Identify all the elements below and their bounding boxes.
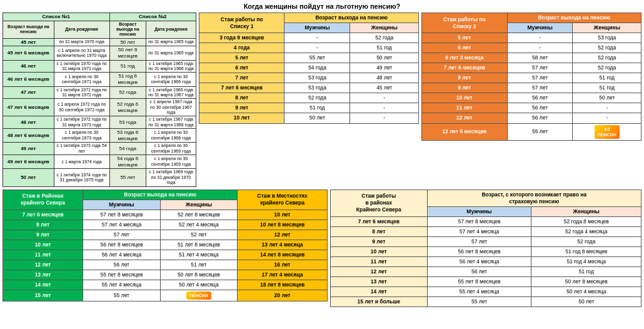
right-zhen-cell: 51 год — [573, 73, 641, 83]
mid-stazh-cell: 7 лет — [199, 73, 284, 83]
bottom-section: Стаж в Районахкрайнего Севера Возраст вы… — [3, 190, 641, 308]
list-col4: Дата рождения — [146, 21, 196, 38]
bottom-left-container: Стаж в Районахкрайнего Севера Возраст вы… — [3, 190, 328, 308]
top-section: Список №1 Список №2 Возраст выхода на пе… — [3, 13, 641, 187]
br-stazh-cell: 12 лет — [331, 266, 428, 276]
mid-zhen-cell: 52 года — [350, 33, 419, 43]
bl-north-header: Стаж в Районахкрайнего Севера — [3, 190, 83, 210]
right-zhen-cell: - — [573, 113, 641, 123]
bl-orange-cell: 14 лет 8 месяцев — [238, 250, 328, 260]
br-stazh-cell: 10 лет — [331, 246, 428, 256]
right-zhen-cell: 52 года — [573, 53, 641, 63]
right-stazh-cell: 8 лет — [422, 73, 508, 83]
mid-muz-header: Мужчины — [284, 23, 350, 33]
br-muz-cell: 57 лет 4 месяца — [427, 226, 531, 236]
right-zhen-header: Женщины — [573, 23, 641, 33]
mid-stazh-cell: 10 лет — [199, 113, 284, 123]
list-tables: Список №1 Список №2 Возраст выхода на пе… — [3, 13, 196, 187]
bl-orange-cell: 16 лет — [238, 260, 328, 270]
bl-green-cell: 10 лет — [3, 240, 83, 250]
mid-zhen-cell: 45 лет — [350, 83, 419, 93]
mid-zhen-cell: 50 лет — [350, 53, 419, 63]
list2-header: Список №2 — [109, 13, 196, 21]
mid-muz-cell: 54 года — [284, 63, 350, 73]
right-muz-cell: 58 лет — [507, 53, 573, 63]
right-stazh-cell: 9 лет — [422, 83, 508, 93]
mid-muz-cell: 53 года — [284, 83, 350, 93]
br-muz-header: Мужчины — [427, 206, 531, 216]
bl-muz-cell: 56 лет — [83, 260, 160, 270]
right-zhen-cell: - — [573, 103, 641, 113]
bottom-right-table: Стаж работыв районахКрайнего Севера Возр… — [330, 190, 641, 308]
right-zhen-cell: 50 лет — [573, 93, 641, 103]
bl-muz-header: Мужчины — [83, 200, 160, 210]
br-muz-cell: 56 лет 8 месяцев — [427, 246, 531, 256]
right-muz-cell: 56 лет — [507, 103, 573, 113]
bl-muz-cell: 56 лет 4 месяца — [83, 250, 160, 260]
right-muz-cell: - — [507, 33, 573, 43]
bl-muz-cell: 55 лет 4 месяца — [83, 280, 160, 290]
right-table-container: Стаж работы поСписку 2 Возраст выхода на… — [421, 13, 641, 187]
bl-zhen-cell: ПЕНСИИ — [160, 290, 237, 301]
right-muz-cell: 57 лет — [507, 63, 573, 73]
bl-zhen-cell: 51 лет — [160, 260, 237, 270]
br-stazh-cell: 15 лет и больше — [331, 297, 428, 307]
right-stazh-cell: 6 лет — [422, 43, 508, 53]
br-zhen-cell: 52 года 4 месяца — [531, 226, 641, 236]
mid-vozrast-header: Возраст выхода на пенсию — [284, 13, 419, 23]
right-muz-cell: 56 лет — [507, 113, 573, 123]
bl-zhen-cell: 52 лет — [160, 230, 237, 240]
right-tbl: Стаж работы поСписку 2 Возраст выхода на… — [421, 13, 641, 141]
bl-mestnost-header: Стаж в Местностяхкрайнего Севера — [238, 190, 328, 210]
bl-green-cell: 14 лет — [3, 280, 83, 290]
bl-green-cell: 13 лет — [3, 270, 83, 280]
bl-green-cell: 7 лет 6 месяцев — [3, 210, 83, 220]
mid-muz-cell: 52 года — [284, 93, 350, 103]
mid-zhen-cell: 49 лет — [350, 63, 419, 73]
right-muz-cell: - — [507, 43, 573, 53]
mid-zhen-cell: 51 год — [350, 43, 419, 53]
right-zhen-cell: 52 года — [573, 63, 641, 73]
right-muz-cell: 56 лет — [507, 93, 573, 103]
mid-zhen-cell: - — [350, 103, 419, 113]
mid-stazh-cell: 5 лет — [199, 53, 284, 63]
br-muz-cell: 56 лет — [427, 266, 531, 276]
br-zhen-cell: 51 год — [531, 266, 641, 276]
bl-zhen-cell: 50 лет 8 месяцев — [160, 270, 237, 280]
mid-stazh-cell: 8 лет — [199, 93, 284, 103]
right-zhen-cell: 51 год — [573, 83, 641, 93]
br-zhen-header: Женщины — [531, 206, 641, 216]
mid-zhen-cell: - — [350, 113, 419, 123]
bl-orange-cell: 17 лет 4 месяца — [238, 270, 328, 280]
right-muz-header: Мужчины — [507, 23, 573, 33]
bl-green-cell: 9 лет — [3, 230, 83, 240]
right-muz-cell: 55 лет — [507, 123, 573, 140]
br-zhen-cell: 50 лет — [531, 297, 641, 307]
mid-zhen-cell: - — [350, 93, 419, 103]
mid-stazh-cell: 3 года 9 месяцев — [199, 33, 284, 43]
right-stazh-cell: 7 лет 6 месяцев — [422, 63, 508, 73]
bl-green-cell: 12 лет — [3, 260, 83, 270]
br-zhen-cell: 51 год 4 месяца — [531, 256, 641, 266]
bl-orange-cell: 10 лет 8 месяцев — [238, 220, 328, 230]
br-zhen-cell: 52 года 8 месяцев — [531, 216, 641, 226]
br-stazh-cell: 7 лет 6 месяцев — [331, 216, 428, 226]
mid-stazh-cell: 9 лет — [199, 103, 284, 113]
mid-muz-cell: 53 года — [284, 73, 350, 83]
br-zhen-cell: 50 лет 4 месяца — [531, 287, 641, 297]
mid-muz-cell: 55 лет — [284, 53, 350, 63]
bl-muz-cell: 57 лет 4 месяца — [83, 220, 160, 230]
right-stazh-cell: 12 лет — [422, 113, 508, 123]
mid-stazh-header: Стаж работы поСписку 1 — [199, 13, 284, 33]
list1-header: Список №1 — [3, 13, 110, 21]
mid-stazh-cell: 6 лет — [199, 63, 284, 73]
right-stazh-cell: 10 лет — [422, 93, 508, 103]
bl-zhen-header: Женщины — [160, 200, 237, 210]
bl-orange-cell: 18 лет 8 месяцев — [238, 280, 328, 290]
bl-vozrast-header: Возраст выхода на пенсию — [83, 190, 238, 200]
bl-zhen-cell: 52 лет 4 месяца — [160, 220, 237, 230]
br-stazh-cell: 11 лет — [331, 256, 428, 266]
br-muz-cell: 57 лет 8 месяцев — [427, 216, 531, 226]
right-stazh-cell: 6 лет 3 месяца — [422, 53, 508, 63]
right-stazh-cell: 12 лет 6 месяцев — [422, 123, 508, 140]
